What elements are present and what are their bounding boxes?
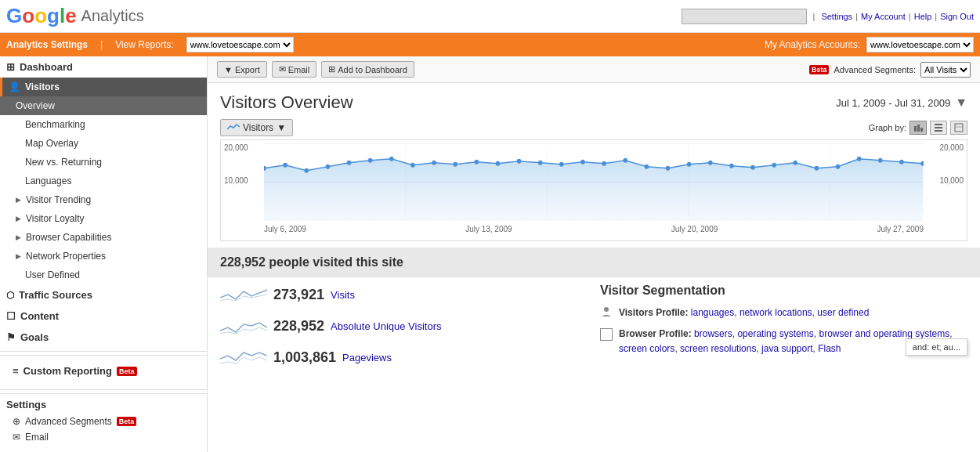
sidebar-section-traffic: ⬡ Traffic Sources <box>0 284 207 306</box>
my-analytics-label: My Analytics Accounts: <box>765 39 860 50</box>
y-right-mid-label: 10,000 <box>939 176 964 185</box>
sidebar-email-label: Email <box>25 432 49 443</box>
sidebar-item-new-vs-returning[interactable]: New vs. Returning <box>0 153 207 172</box>
sidebar-item-visitor-loyalty[interactable]: ▶ Visitor Loyalty <box>0 209 207 228</box>
flash-link[interactable]: Flash <box>818 343 841 354</box>
sign-out-link[interactable]: Sign Out <box>940 12 974 21</box>
help-link[interactable]: Help <box>914 12 932 21</box>
metric-label: Visitors <box>243 122 273 133</box>
sidebar-dashboard-label: Dashboard <box>20 61 73 73</box>
logo: Google Analytics <box>6 4 144 28</box>
export-label: Export <box>235 65 260 74</box>
header-right: | Settings | My Account | Help | Sign Ou… <box>682 9 974 24</box>
svg-rect-6 <box>955 124 963 132</box>
sidebar-benchmarking-label: Benchmarking <box>25 119 85 130</box>
screen-colors-link[interactable]: screen colors <box>619 343 674 354</box>
my-analytics-dropdown[interactable]: www.lovetoescape.com <box>866 37 974 52</box>
network-locations-link[interactable]: network locations <box>740 307 812 318</box>
header-search-input[interactable] <box>682 9 807 24</box>
sidebar-item-visitor-trending[interactable]: ▶ Visitor Trending <box>0 190 207 209</box>
stats-left: 273,921 Visits 228,952 Absolute Unique V… <box>220 284 588 378</box>
add-to-dashboard-button[interactable]: ⊞ Add to Dashboard <box>321 61 414 78</box>
sidebar-divider-2 <box>0 389 207 390</box>
chart-point <box>708 161 713 165</box>
settings-header: Settings <box>6 399 201 410</box>
languages-seg-link[interactable]: languages <box>691 307 734 318</box>
chart-point <box>453 162 457 167</box>
goals-icon: ⚑ <box>6 331 16 343</box>
visitor-profile-row: Visitors Profile: languages, network loc… <box>600 306 967 320</box>
network-properties-triangle: ▶ <box>16 252 21 260</box>
nav-separator: | <box>100 39 103 50</box>
sidebar-item-visitors[interactable]: 👤 Visitors <box>0 78 207 96</box>
email-icon: ✉ <box>13 432 20 443</box>
sidebar-visitor-loyalty-label: Visitor Loyalty <box>26 213 84 224</box>
java-support-link[interactable]: java support <box>761 343 812 354</box>
chart-container: 20,000 10,000 0 20,000 10,000 0 <box>220 139 967 241</box>
metric-arrow-icon: ▼ <box>277 122 286 133</box>
graph-day-button[interactable] <box>909 121 927 135</box>
graph-week-button[interactable] <box>930 121 947 135</box>
unique-visitors-sparkline <box>220 315 267 337</box>
sidebar-item-overview[interactable]: Overview <box>0 96 207 115</box>
operating-systems-link[interactable]: operating systems <box>737 328 813 339</box>
all-visits-select[interactable]: All Visits <box>920 62 971 78</box>
sidebar-section-custom-reporting: ≡ Custom Reporting Beta <box>0 355 207 386</box>
unique-visitors-link[interactable]: Absolute Unique Visitors <box>331 320 441 332</box>
sidebar-item-browser-capabilities[interactable]: ▶ Browser Capabilities <box>0 228 207 247</box>
chart-point <box>772 163 776 168</box>
visitor-profile-label: Visitors Profile: <box>619 307 688 318</box>
visits-link[interactable]: Visits <box>331 289 355 301</box>
unique-visitors-stat-row: 228,952 Absolute Unique Visitors <box>220 315 588 337</box>
advanced-segments-icon: ⊕ <box>13 416 20 427</box>
sidebar-visitor-trending-label: Visitor Trending <box>26 194 91 205</box>
sidebar-item-user-defined[interactable]: User Defined <box>0 266 207 284</box>
date-range-selector[interactable]: Jul 1, 2009 - Jul 31, 2009 ▼ <box>836 96 967 110</box>
settings-link[interactable]: Settings <box>821 12 852 21</box>
sidebar-item-dashboard[interactable]: ⊞ Dashboard <box>0 56 207 78</box>
sidebar-item-traffic-sources[interactable]: ⬡ Traffic Sources <box>0 284 207 306</box>
export-button[interactable]: ▼ Export <box>217 61 267 78</box>
screen-resolutions-link[interactable]: screen resolutions <box>680 343 756 354</box>
sidebar-traffic-sources-label: Traffic Sources <box>19 289 92 301</box>
browsers-link[interactable]: browsers <box>694 328 732 339</box>
sidebar-section-visitors: 👤 Visitors Overview Benchmarking Map Ove… <box>0 78 207 284</box>
view-reports-select[interactable]: www.lovetoescape.com <box>186 37 294 52</box>
chart-point <box>815 166 819 171</box>
main-content: ▼ Export ✉ Email ⊞ Add to Dashboard Beta… <box>208 56 980 452</box>
chart-point <box>857 157 862 161</box>
chart-point <box>347 161 352 165</box>
x-label-2: July 13, 2009 <box>465 225 512 239</box>
view-reports-dropdown[interactable]: www.lovetoescape.com <box>186 37 294 52</box>
sidebar-item-content[interactable]: ☐ Content <box>0 306 207 327</box>
stats-bar: 228,952 people visited this site <box>208 248 980 277</box>
chart-point <box>645 165 649 169</box>
sidebar-item-goals[interactable]: ⚑ Goals <box>0 327 207 348</box>
browser-profile-row: Browser Profile: browsers, operating sys… <box>600 327 967 356</box>
sidebar-item-custom-reporting[interactable]: ≡ Custom Reporting Beta <box>6 360 201 381</box>
sidebar-item-advanced-segments[interactable]: ⊕ Advanced Segments Beta <box>6 414 201 429</box>
chart-point <box>517 159 522 164</box>
pageviews-link[interactable]: Pageviews <box>342 352 392 363</box>
chart-point <box>687 162 692 167</box>
my-analytics-select[interactable]: www.lovetoescape.com <box>866 37 974 52</box>
metric-selector[interactable]: Visitors ▼ <box>220 119 293 136</box>
sidebar-item-network-properties[interactable]: ▶ Network Properties <box>0 247 207 266</box>
sidebar-section-dashboard: ⊞ Dashboard <box>0 56 207 78</box>
sidebar-new-vs-returning-label: New vs. Returning <box>25 157 102 168</box>
email-toolbar-icon: ✉ <box>279 64 286 74</box>
my-account-link[interactable]: My Account <box>861 12 906 21</box>
sidebar-item-map-overlay[interactable]: Map Overlay <box>0 134 207 153</box>
sidebar-item-benchmarking[interactable]: Benchmarking <box>0 115 207 134</box>
sidebar-goals-label: Goals <box>20 331 49 343</box>
chart-point <box>750 165 755 170</box>
graph-month-button[interactable] <box>950 121 967 135</box>
sidebar-item-languages[interactable]: Languages <box>0 172 207 190</box>
analytics-settings-link[interactable]: Analytics Settings <box>6 39 88 50</box>
sidebar-section-settings: Settings ⊕ Advanced Segments Beta ✉ Emai… <box>0 393 207 450</box>
sidebar-item-email[interactable]: ✉ Email <box>6 429 201 445</box>
header: Google Analytics | Settings | My Account… <box>0 0 980 33</box>
email-button[interactable]: ✉ Email <box>272 61 317 78</box>
navbar: Analytics Settings | View Reports: www.l… <box>0 33 980 56</box>
user-defined-seg-link[interactable]: user defined <box>817 307 869 318</box>
